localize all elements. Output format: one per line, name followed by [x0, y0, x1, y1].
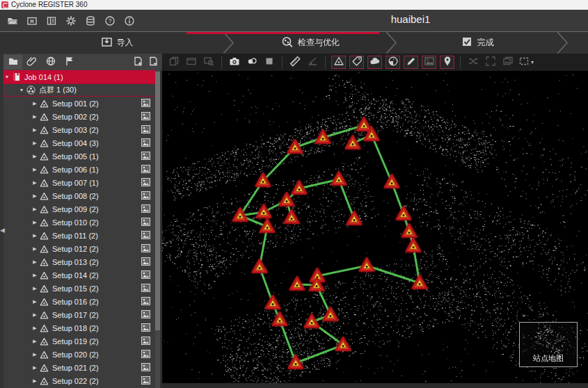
- setup-marker[interactable]: [332, 172, 346, 185]
- expand-caret-icon[interactable]: ▶: [31, 365, 38, 371]
- tree-item-setup[interactable]: ▶Setup 021 (2): [3, 361, 156, 374]
- tree-scrollbar-thumb[interactable]: [155, 72, 160, 330]
- sitemap-canvas[interactable]: 站点地图: [162, 71, 588, 383]
- expand-caret-icon[interactable]: ▶: [31, 207, 38, 212]
- ruler-button[interactable]: [287, 56, 303, 70]
- sites-tab[interactable]: [60, 55, 79, 70]
- setup-image-icon[interactable]: [141, 99, 150, 108]
- setup-image-icon[interactable]: [141, 310, 150, 320]
- setup-image-icon[interactable]: [141, 257, 150, 267]
- tree-item-setup[interactable]: ▶Setup 020 (2): [3, 348, 156, 361]
- setup-marker[interactable]: [336, 338, 350, 350]
- tree-item-cluster[interactable]: ▼ 点群 1 (30): [3, 83, 156, 97]
- expand-caret-icon[interactable]: ▶: [31, 378, 38, 384]
- expand-caret-icon[interactable]: ▶: [31, 299, 38, 305]
- expand-caret-icon[interactable]: ▶: [31, 220, 38, 225]
- expand-caret-icon[interactable]: ▶: [31, 101, 38, 106]
- tag-button[interactable]: [349, 56, 364, 69]
- link-line[interactable]: [372, 135, 392, 182]
- tree-item-setup[interactable]: ▶Setup 013 (2): [3, 255, 156, 268]
- link-line[interactable]: [323, 125, 364, 138]
- setup-marker[interactable]: [357, 118, 371, 131]
- tree-item-setup[interactable]: ▶Setup 006 (1): [3, 163, 156, 176]
- collapse-caret-icon[interactable]: ▼: [18, 88, 25, 92]
- tree-item-setup[interactable]: ▶Setup 015 (2): [3, 282, 156, 295]
- setup-marker[interactable]: [406, 239, 420, 252]
- tree-item-setup[interactable]: ▶Setup 008 (2): [3, 189, 156, 202]
- about-button[interactable]: [121, 13, 138, 29]
- expand-caret-icon[interactable]: ▶: [31, 286, 38, 291]
- setup-image-icon[interactable]: [141, 138, 150, 148]
- setup-marker[interactable]: [257, 205, 271, 218]
- setup-marker[interactable]: [397, 207, 411, 220]
- panels-button[interactable]: [43, 13, 60, 29]
- tree-scrollbar[interactable]: [155, 70, 160, 388]
- pencil-button[interactable]: [404, 56, 418, 69]
- orbit-button[interactable]: [244, 56, 260, 70]
- expand-caret-icon[interactable]: ▶: [31, 140, 38, 146]
- zoom-region-button[interactable]: [201, 56, 216, 70]
- storage-button[interactable]: [82, 13, 99, 29]
- setup-image-icon[interactable]: [141, 152, 150, 161]
- settings-button[interactable]: [63, 13, 79, 29]
- setup-image-icon[interactable]: [141, 284, 150, 293]
- expand-caret-icon[interactable]: ▶: [31, 154, 38, 159]
- setup-marker[interactable]: [347, 212, 361, 225]
- setup-marker[interactable]: [285, 211, 299, 223]
- expand-caret-icon[interactable]: ▶: [31, 325, 38, 331]
- setup-image-icon[interactable]: [141, 125, 150, 135]
- tree-item-setup[interactable]: ▶Setup 003 (2): [3, 123, 156, 136]
- tree-item-setup[interactable]: ▶Setup 004 (3): [3, 136, 156, 149]
- protractor-button[interactable]: [305, 56, 320, 70]
- setup-marker[interactable]: [273, 313, 287, 325]
- tree-item-setup[interactable]: ▶Setup 005 (1): [3, 149, 156, 163]
- expand-caret-icon[interactable]: ▶: [31, 167, 38, 172]
- tree-item-setup[interactable]: ▶Setup 010 (2): [3, 216, 156, 229]
- add-bundle-button[interactable]: [131, 56, 146, 70]
- setup-marker[interactable]: [360, 259, 374, 271]
- attachments-tab[interactable]: [22, 55, 41, 70]
- tree-item-setup[interactable]: ▶Setup 007 (1): [3, 176, 156, 189]
- cloud-button[interactable]: [367, 56, 382, 69]
- setup-marker[interactable]: [324, 308, 337, 321]
- setup-image-icon[interactable]: [141, 323, 150, 333]
- tree-item-setup[interactable]: ▶Setup 022 (2): [3, 374, 156, 387]
- link-line[interactable]: [280, 320, 296, 363]
- select-square-button[interactable]: [262, 56, 277, 70]
- setup-marker[interactable]: [385, 175, 399, 188]
- marquee-button[interactable]: ▾: [518, 56, 534, 70]
- setup-image-icon[interactable]: [141, 165, 150, 175]
- panel-collapse-handle[interactable]: ◀: [0, 225, 6, 236]
- open-project-button[interactable]: [4, 13, 21, 29]
- setup-image-icon[interactable]: [141, 376, 150, 386]
- setup-image-icon[interactable]: [141, 363, 150, 373]
- web-tab[interactable]: [41, 55, 60, 70]
- setup-image-icon[interactable]: [141, 178, 150, 188]
- setup-triangle-button[interactable]: [331, 56, 346, 69]
- expand-caret-icon[interactable]: ▶: [31, 352, 38, 357]
- workflow-step-review[interactable]: 检查与优化: [224, 32, 397, 54]
- tree-item-setup[interactable]: ▶Setup 019 (2): [3, 334, 156, 348]
- sphere-button[interactable]: [386, 56, 400, 69]
- map-pin-button[interactable]: [440, 56, 454, 69]
- setup-marker[interactable]: [290, 277, 304, 290]
- project-explorer-tab[interactable]: [3, 55, 22, 70]
- setup-image-icon[interactable]: [141, 244, 150, 254]
- setup-image-icon[interactable]: [141, 112, 150, 122]
- tree-item-setup[interactable]: ▶Setup 011 (2): [3, 229, 156, 242]
- tree-item-setup[interactable]: ▶Setup 009 (2): [3, 202, 156, 216]
- expand-caret-icon[interactable]: ▶: [31, 259, 38, 265]
- link-line[interactable]: [296, 345, 343, 363]
- help-button[interactable]: ?: [102, 13, 118, 29]
- expand-caret-icon[interactable]: ▶: [31, 180, 38, 186]
- collapse-caret-icon[interactable]: ▼: [3, 74, 10, 79]
- window-button[interactable]: [184, 56, 199, 70]
- camera-button[interactable]: [227, 56, 242, 70]
- setup-image-icon[interactable]: [141, 350, 150, 359]
- image-button[interactable]: [422, 56, 436, 69]
- expand-caret-icon[interactable]: ▶: [31, 312, 38, 318]
- workflow-step-finalize[interactable]: 完成: [387, 32, 568, 54]
- expand-caret-icon[interactable]: ▶: [31, 273, 38, 278]
- setup-image-icon[interactable]: [141, 297, 150, 307]
- expand-caret-icon[interactable]: ▶: [31, 233, 38, 239]
